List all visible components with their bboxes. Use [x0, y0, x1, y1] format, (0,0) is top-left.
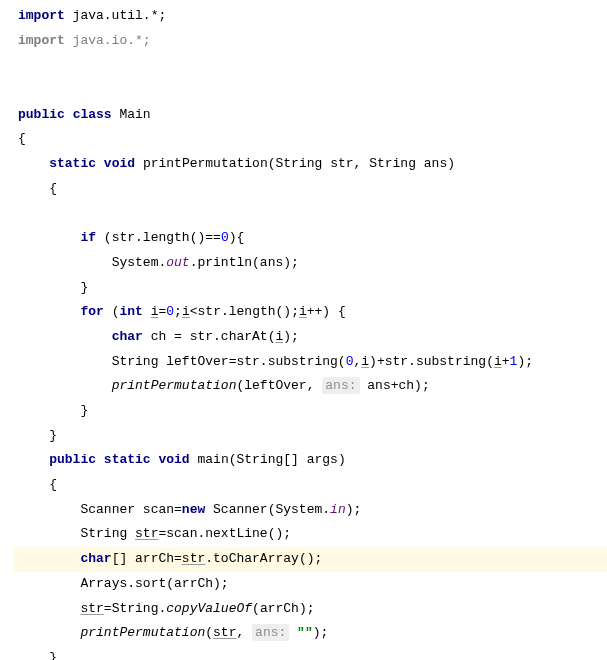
class-name: Main: [119, 107, 150, 122]
import-package: java.util.*;: [65, 8, 166, 23]
text: <str.length();: [190, 304, 299, 319]
var: str: [182, 551, 205, 566]
method-call: printPermutation: [112, 378, 237, 393]
text: Arrays.sort(arrCh);: [80, 576, 228, 591]
code-line: }: [14, 276, 607, 301]
text: String leftOver=str.substring(: [112, 354, 346, 369]
text: );: [313, 625, 329, 640]
text: ){: [229, 230, 245, 245]
text: Scanner(System.: [205, 502, 330, 517]
text: ++) {: [307, 304, 346, 319]
code-line: printPermutation(str, ans: "");: [14, 621, 607, 646]
code-line: char ch = str.charAt(i);: [14, 325, 607, 350]
blank-line: [14, 78, 607, 103]
method-call: printPermutation: [80, 625, 205, 640]
code-editor: import java.util.*;import java.io.*; pub…: [0, 0, 607, 660]
string-literal: "": [289, 625, 312, 640]
text: .toCharArray();: [205, 551, 322, 566]
code-line: }: [14, 424, 607, 449]
text: );: [283, 329, 299, 344]
code-line: {: [14, 473, 607, 498]
keyword: int: [119, 304, 142, 319]
blank-line: [14, 53, 607, 78]
code-line: System.out.println(ans);: [14, 251, 607, 276]
method-call: copyValueOf: [166, 601, 252, 616]
text: =scan.nextLine();: [158, 526, 291, 541]
text: (: [205, 625, 213, 640]
code-line: import java.io.*;: [14, 29, 607, 54]
keyword: class: [73, 107, 112, 122]
keyword: public: [49, 452, 96, 467]
keyword: void: [158, 452, 189, 467]
keyword: static: [49, 156, 96, 171]
keyword-import-unused: import: [18, 33, 65, 48]
text: main(String[] args): [190, 452, 346, 467]
code-line: public class Main: [14, 103, 607, 128]
var: str: [80, 601, 103, 616]
blank-line: [14, 202, 607, 227]
text: ch = str.charAt(: [143, 329, 276, 344]
keyword: char: [112, 329, 143, 344]
code-line: str=String.copyValueOf(arrCh);: [14, 597, 607, 622]
var: i: [494, 354, 502, 369]
parameter-hint: ans:: [322, 377, 359, 394]
text: ans+ch);: [360, 378, 430, 393]
method-name: printPermutation: [143, 156, 268, 171]
text: =String.: [104, 601, 166, 616]
var: str: [213, 625, 236, 640]
text: System: [112, 255, 159, 270]
text: );: [517, 354, 533, 369]
keyword: char: [80, 551, 111, 566]
type: String: [276, 156, 323, 171]
code-line: Scanner scan=new Scanner(System.in);: [14, 498, 607, 523]
keyword: new: [182, 502, 205, 517]
text: ,: [236, 625, 252, 640]
code-line: public static void main(String[] args): [14, 448, 607, 473]
static-field: in: [330, 502, 346, 517]
code-line: import java.util.*;: [14, 4, 607, 29]
code-line: for (int i=0;i<str.length();i++) {: [14, 300, 607, 325]
text: (leftOver,: [236, 378, 322, 393]
text: );: [346, 502, 362, 517]
text: .println(ans);: [190, 255, 299, 270]
code-line: {: [14, 127, 607, 152]
var: i: [361, 354, 369, 369]
param: str: [330, 156, 353, 171]
keyword: if: [80, 230, 96, 245]
code-line: Arrays.sort(arrCh);: [14, 572, 607, 597]
keyword-import: import: [18, 8, 65, 23]
import-package-unused: java.io.*;: [65, 33, 151, 48]
static-field: out: [166, 255, 189, 270]
param: ans: [424, 156, 447, 171]
text: (arrCh);: [252, 601, 314, 616]
text: [] arrCh=: [112, 551, 182, 566]
code-line-highlighted: char[] arrCh=str.toCharArray();: [14, 547, 607, 572]
code-line: String str=scan.nextLine();: [14, 522, 607, 547]
text: (str.length()==: [104, 230, 221, 245]
keyword: public: [18, 107, 65, 122]
text: ;: [174, 304, 182, 319]
code-line: printPermutation(leftOver, ans: ans+ch);: [14, 374, 607, 399]
keyword: static: [104, 452, 151, 467]
var: i: [182, 304, 190, 319]
code-line: if (str.length()==0){: [14, 226, 607, 251]
code-line: {: [14, 177, 607, 202]
text: +: [502, 354, 510, 369]
number: 0: [166, 304, 174, 319]
var: str: [135, 526, 158, 541]
code-line: String leftOver=str.substring(0,i)+str.s…: [14, 350, 607, 375]
keyword: void: [104, 156, 135, 171]
text: )+str.substring(: [369, 354, 494, 369]
code-line: static void printPermutation(String str,…: [14, 152, 607, 177]
parameter-hint: ans:: [252, 624, 289, 641]
text: Scanner scan=: [80, 502, 181, 517]
type: String: [369, 156, 416, 171]
text: String: [80, 526, 135, 541]
number: 0: [221, 230, 229, 245]
code-line: }: [14, 646, 607, 660]
var: i: [299, 304, 307, 319]
code-line: }: [14, 399, 607, 424]
keyword: for: [80, 304, 103, 319]
